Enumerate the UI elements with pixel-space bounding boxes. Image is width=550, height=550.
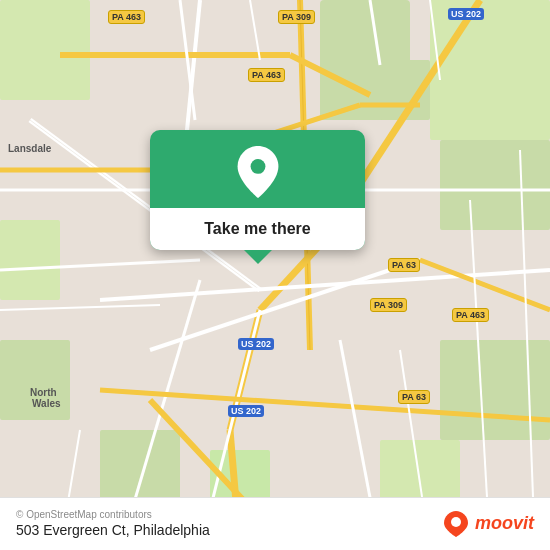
- svg-rect-4: [440, 140, 550, 230]
- popup-arrow: [244, 250, 272, 264]
- route-badge-pa309-2: PA 309: [370, 298, 407, 312]
- copyright-text: © OpenStreetMap contributors: [16, 509, 210, 520]
- svg-rect-3: [430, 0, 550, 140]
- bottom-bar: © OpenStreetMap contributors 503 Evergre…: [0, 497, 550, 550]
- svg-rect-1: [0, 0, 90, 100]
- moovit-logo: moovit: [441, 508, 534, 538]
- route-badge-us202-1: US 202: [448, 8, 484, 20]
- route-badge-us202-3: US 202: [238, 338, 274, 350]
- city-label-lansdale: Lansdale: [8, 143, 51, 154]
- address-text: 503 Evergreen Ct, Philadelphia: [16, 522, 210, 538]
- map-container: PA 463 PA 309 US 202 PA 463 US 202 PA 63…: [0, 0, 550, 550]
- route-badge-us202-4: US 202: [228, 405, 264, 417]
- route-badge-pa463-2: PA 463: [248, 68, 285, 82]
- route-badge-pa463-1: PA 463: [108, 10, 145, 24]
- moovit-logo-icon: [441, 508, 471, 538]
- bottom-text: © OpenStreetMap contributors 503 Evergre…: [16, 509, 210, 538]
- take-me-there-button[interactable]: Take me there: [150, 208, 365, 250]
- svg-rect-8: [440, 340, 550, 440]
- route-badge-pa309-1: PA 309: [278, 10, 315, 24]
- route-badge-pa63-1: PA 63: [388, 258, 420, 272]
- city-label-north: North: [30, 387, 57, 398]
- route-badge-pa63-2: PA 63: [398, 390, 430, 404]
- moovit-label: moovit: [475, 513, 534, 534]
- svg-rect-6: [0, 220, 60, 300]
- map-svg: [0, 0, 550, 550]
- popup-card: Take me there: [150, 130, 365, 250]
- city-label-wales: Wales: [32, 398, 61, 409]
- svg-point-45: [250, 159, 265, 174]
- popup-icon-area: [150, 130, 365, 208]
- svg-point-46: [451, 517, 461, 527]
- location-pin-icon: [234, 148, 282, 196]
- route-badge-pa463-3: PA 463: [452, 308, 489, 322]
